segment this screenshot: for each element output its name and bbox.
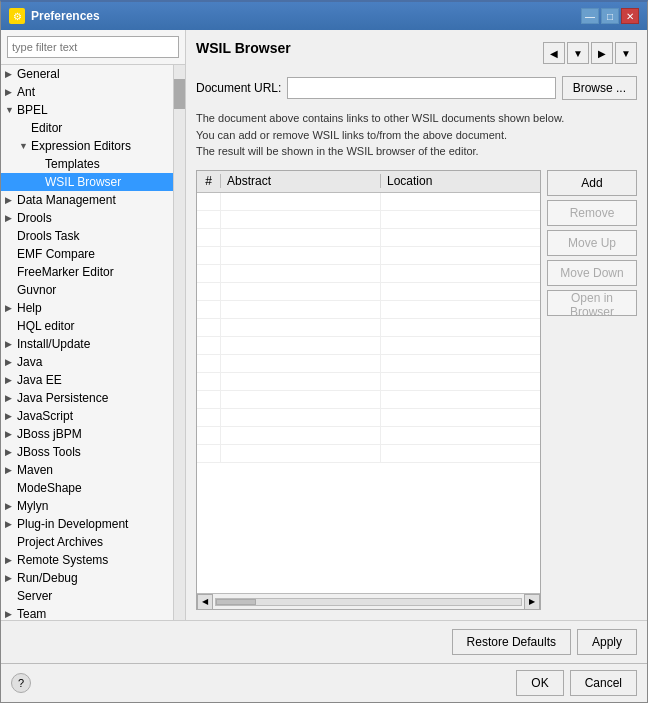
sidebar-item-ant[interactable]: ▶Ant [1, 83, 173, 101]
sidebar-item-remote-systems[interactable]: ▶Remote Systems [1, 551, 173, 569]
sidebar-item-freemarker-editor[interactable]: FreeMarker Editor [1, 263, 173, 281]
sidebar: ▶General▶Ant▼BPELEditor▼Expression Edito… [1, 30, 186, 620]
move-up-button[interactable]: Move Up [547, 230, 637, 256]
table-row[interactable] [197, 265, 540, 283]
cancel-button[interactable]: Cancel [570, 670, 637, 696]
help-button[interactable]: ? [11, 673, 31, 693]
sidebar-item-wsil-browser[interactable]: WSIL Browser [1, 173, 173, 191]
sidebar-item-modeshape[interactable]: ModeShape [1, 479, 173, 497]
sidebar-label-project-archives: Project Archives [17, 535, 169, 549]
table-row[interactable] [197, 319, 540, 337]
ok-button[interactable]: OK [516, 670, 563, 696]
doc-url-input[interactable] [287, 77, 555, 99]
sidebar-item-expression-editors[interactable]: ▼Expression Editors [1, 137, 173, 155]
description-area: The document above contains links to oth… [196, 110, 637, 160]
sidebar-item-general[interactable]: ▶General [1, 65, 173, 83]
table-row[interactable] [197, 391, 540, 409]
nav-dropdown[interactable]: ▼ [567, 42, 589, 64]
sidebar-item-bpel[interactable]: ▼BPEL [1, 101, 173, 119]
sidebar-label-java-ee: Java EE [17, 373, 169, 387]
table-row[interactable] [197, 283, 540, 301]
sidebar-scrollbar[interactable] [173, 65, 185, 620]
sidebar-item-plugin-development[interactable]: ▶Plug-in Development [1, 515, 173, 533]
table-row[interactable] [197, 301, 540, 319]
sidebar-item-jboss-tools[interactable]: ▶JBoss Tools [1, 443, 173, 461]
tree-arrow-java: ▶ [5, 357, 17, 367]
sidebar-label-data-management: Data Management [17, 193, 169, 207]
sidebar-label-bpel: BPEL [17, 103, 169, 117]
sidebar-item-jboss-jbpm[interactable]: ▶JBoss jBPM [1, 425, 173, 443]
back-button[interactable]: ◀ [543, 42, 565, 64]
open-in-browser-button[interactable]: Open in Browser [547, 290, 637, 316]
col-location-header: Location [381, 174, 540, 188]
sidebar-item-install-update[interactable]: ▶Install/Update [1, 335, 173, 353]
sidebar-item-java[interactable]: ▶Java [1, 353, 173, 371]
sidebar-item-server[interactable]: Server [1, 587, 173, 605]
scroll-left-arrow[interactable]: ◀ [197, 594, 213, 610]
apply-button[interactable]: Apply [577, 629, 637, 655]
table-body [197, 193, 540, 594]
sidebar-item-drools[interactable]: ▶Drools [1, 209, 173, 227]
sidebar-item-guvnor[interactable]: Guvnor [1, 281, 173, 299]
sidebar-item-editor[interactable]: Editor [1, 119, 173, 137]
close-button[interactable]: ✕ [621, 8, 639, 24]
tree-arrow-drools: ▶ [5, 213, 17, 223]
table-row[interactable] [197, 193, 540, 211]
scroll-track[interactable] [215, 598, 522, 606]
desc-line1: The document above contains links to oth… [196, 110, 637, 127]
table-row[interactable] [197, 337, 540, 355]
table-row[interactable] [197, 229, 540, 247]
table-row[interactable] [197, 211, 540, 229]
sidebar-item-data-management[interactable]: ▶Data Management [1, 191, 173, 209]
table-row[interactable] [197, 247, 540, 265]
tree-arrow-data-management: ▶ [5, 195, 17, 205]
remove-button[interactable]: Remove [547, 200, 637, 226]
scroll-thumb[interactable] [216, 599, 256, 605]
table-row[interactable] [197, 409, 540, 427]
minimize-button[interactable]: — [581, 8, 599, 24]
add-button[interactable]: Add [547, 170, 637, 196]
sidebar-item-run-debug[interactable]: ▶Run/Debug [1, 569, 173, 587]
sidebar-item-templates[interactable]: Templates [1, 155, 173, 173]
sidebar-item-mylyn[interactable]: ▶Mylyn [1, 497, 173, 515]
sidebar-label-server: Server [17, 589, 169, 603]
sidebar-item-project-archives[interactable]: Project Archives [1, 533, 173, 551]
tree-arrow-expression-editors: ▼ [19, 141, 31, 151]
tree-arrow-remote-systems: ▶ [5, 555, 17, 565]
dialog-title: Preferences [31, 9, 100, 23]
sidebar-label-team: Team [17, 607, 169, 620]
sidebar-label-plugin-development: Plug-in Development [17, 517, 169, 531]
table-row[interactable] [197, 373, 540, 391]
filter-input[interactable] [7, 36, 179, 58]
tree-arrow-install-update: ▶ [5, 339, 17, 349]
sidebar-label-mylyn: Mylyn [17, 499, 169, 513]
sidebar-item-maven[interactable]: ▶Maven [1, 461, 173, 479]
tree-arrow-plugin-development: ▶ [5, 519, 17, 529]
sidebar-item-hql-editor[interactable]: HQL editor [1, 317, 173, 335]
forward-button[interactable]: ▶ [591, 42, 613, 64]
sidebar-item-help[interactable]: ▶Help [1, 299, 173, 317]
tree-arrow-ant: ▶ [5, 87, 17, 97]
sidebar-item-java-ee[interactable]: ▶Java EE [1, 371, 173, 389]
tree-arrow-java-ee: ▶ [5, 375, 17, 385]
sidebar-label-expression-editors: Expression Editors [31, 139, 169, 153]
table-row[interactable] [197, 355, 540, 373]
table-row[interactable] [197, 445, 540, 463]
table-row[interactable] [197, 427, 540, 445]
sidebar-item-java-persistence[interactable]: ▶Java Persistence [1, 389, 173, 407]
sidebar-item-javascript[interactable]: ▶JavaScript [1, 407, 173, 425]
sidebar-item-drools-task[interactable]: Drools Task [1, 227, 173, 245]
sidebar-label-wsil-browser: WSIL Browser [45, 175, 169, 189]
horizontal-scrollbar[interactable]: ◀ ▶ [197, 593, 540, 609]
maximize-button[interactable]: □ [601, 8, 619, 24]
restore-defaults-button[interactable]: Restore Defaults [452, 629, 571, 655]
tree-arrow-maven: ▶ [5, 465, 17, 475]
scroll-right-arrow[interactable]: ▶ [524, 594, 540, 610]
sidebar-item-emf-compare[interactable]: EMF Compare [1, 245, 173, 263]
sidebar-item-team[interactable]: ▶Team [1, 605, 173, 620]
forward-dropdown[interactable]: ▼ [615, 42, 637, 64]
preferences-dialog: ⚙ Preferences — □ ✕ ▶General▶Ant▼BPELEdi… [0, 0, 648, 703]
move-down-button[interactable]: Move Down [547, 260, 637, 286]
browse-button[interactable]: Browse ... [562, 76, 637, 100]
window-controls: — □ ✕ [581, 8, 639, 24]
